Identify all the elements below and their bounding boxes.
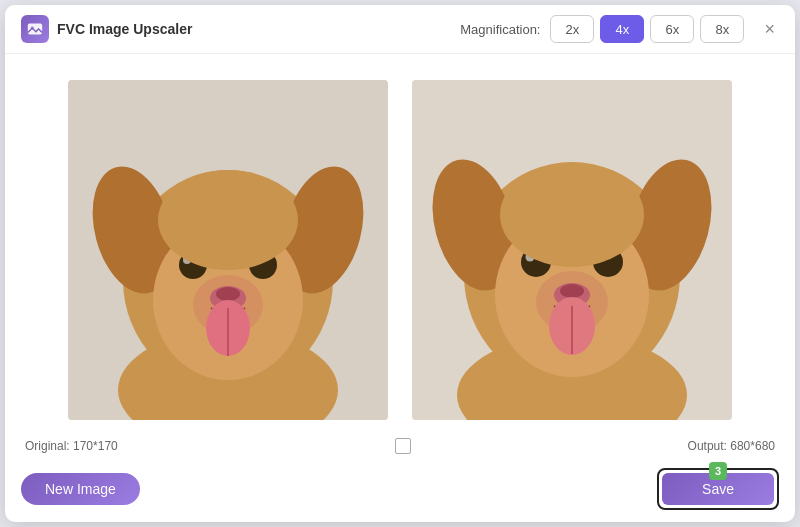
center-icon <box>395 438 411 454</box>
mag-6x-button[interactable]: 6x <box>650 15 694 43</box>
original-size-label: Original: 170*170 <box>25 439 118 453</box>
output-image-panel <box>412 80 732 420</box>
mag-8x-button[interactable]: 8x <box>700 15 744 43</box>
svg-point-30 <box>560 284 584 298</box>
images-container <box>25 70 775 430</box>
original-image-panel <box>68 80 388 420</box>
close-button[interactable]: × <box>760 18 779 40</box>
svg-point-14 <box>216 287 240 301</box>
app-logo <box>21 15 49 43</box>
mag-4x-button[interactable]: 4x <box>600 15 644 43</box>
magnification-label: Magnification: <box>460 22 540 37</box>
app-title: FVC Image Upscaler <box>57 21 192 37</box>
main-content: Original: 170*170 Output: 680*680 <box>5 54 795 460</box>
titlebar: FVC Image Upscaler Magnification: 2x 4x … <box>5 5 795 54</box>
svg-point-33 <box>500 163 644 267</box>
save-wrapper: 3 Save <box>657 468 779 510</box>
save-area: 3 Save <box>657 468 779 510</box>
output-size-label: Output: 680*680 <box>688 439 775 453</box>
save-badge: 3 <box>709 462 727 480</box>
info-row: Original: 170*170 Output: 680*680 <box>25 430 775 460</box>
footer: New Image 3 Save <box>5 460 795 522</box>
svg-point-17 <box>158 170 298 270</box>
new-image-button[interactable]: New Image <box>21 473 140 505</box>
magnification-controls: 2x 4x 6x 8x <box>550 15 744 43</box>
svg-rect-0 <box>28 24 42 35</box>
mag-2x-button[interactable]: 2x <box>550 15 594 43</box>
app-window: FVC Image Upscaler Magnification: 2x 4x … <box>5 5 795 522</box>
